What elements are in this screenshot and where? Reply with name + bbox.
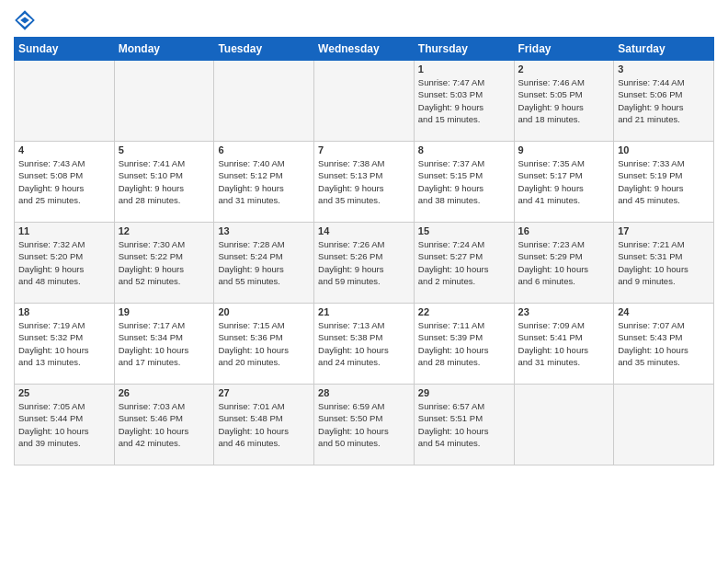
day-number: 14 bbox=[318, 225, 410, 236]
day-number: 28 bbox=[318, 387, 410, 398]
day-number: 26 bbox=[119, 387, 210, 398]
day-number: 27 bbox=[218, 387, 310, 398]
day-number: 25 bbox=[18, 387, 110, 398]
day-info: Sunrise: 7:38 AM Sunset: 5:13 PM Dayligh… bbox=[318, 157, 410, 206]
day-info: Sunrise: 7:35 AM Sunset: 5:17 PM Dayligh… bbox=[518, 157, 610, 206]
day-number: 18 bbox=[18, 306, 110, 317]
page-container: SundayMondayTuesdayWednesdayThursdayFrid… bbox=[0, 0, 728, 475]
day-number: 3 bbox=[618, 63, 710, 75]
day-cell: 8Sunrise: 7:37 AM Sunset: 5:15 PM Daylig… bbox=[414, 142, 514, 223]
day-cell: 27Sunrise: 7:01 AM Sunset: 5:48 PM Dayli… bbox=[214, 385, 314, 465]
col-header-saturday: Saturday bbox=[614, 38, 714, 61]
day-number: 20 bbox=[218, 306, 310, 317]
day-number: 8 bbox=[418, 144, 510, 155]
day-cell: 28Sunrise: 6:59 AM Sunset: 5:50 PM Dayli… bbox=[314, 385, 415, 465]
day-cell: 18Sunrise: 7:19 AM Sunset: 5:32 PM Dayli… bbox=[15, 304, 115, 385]
day-info: Sunrise: 7:03 AM Sunset: 5:46 PM Dayligh… bbox=[119, 400, 210, 449]
day-number: 5 bbox=[119, 144, 210, 155]
day-cell: 14Sunrise: 7:26 AM Sunset: 5:26 PM Dayli… bbox=[314, 223, 415, 304]
day-number: 1 bbox=[418, 63, 510, 75]
day-info: Sunrise: 6:57 AM Sunset: 5:51 PM Dayligh… bbox=[418, 400, 510, 449]
day-number: 21 bbox=[318, 306, 410, 317]
day-cell bbox=[15, 61, 115, 142]
day-cell: 7Sunrise: 7:38 AM Sunset: 5:13 PM Daylig… bbox=[314, 142, 415, 223]
day-cell: 13Sunrise: 7:28 AM Sunset: 5:24 PM Dayli… bbox=[214, 223, 314, 304]
day-info: Sunrise: 7:30 AM Sunset: 5:22 PM Dayligh… bbox=[119, 238, 210, 287]
day-cell: 3Sunrise: 7:44 AM Sunset: 5:06 PM Daylig… bbox=[614, 61, 714, 142]
day-cell: 29Sunrise: 6:57 AM Sunset: 5:51 PM Dayli… bbox=[414, 385, 514, 465]
day-info: Sunrise: 7:05 AM Sunset: 5:44 PM Dayligh… bbox=[18, 400, 110, 449]
col-header-monday: Monday bbox=[114, 38, 214, 61]
col-header-sunday: Sunday bbox=[15, 38, 115, 61]
day-info: Sunrise: 7:26 AM Sunset: 5:26 PM Dayligh… bbox=[318, 238, 410, 287]
header bbox=[14, 9, 714, 31]
day-info: Sunrise: 7:28 AM Sunset: 5:24 PM Dayligh… bbox=[218, 238, 310, 287]
day-number: 10 bbox=[618, 144, 710, 155]
logo bbox=[14, 9, 40, 31]
day-cell: 26Sunrise: 7:03 AM Sunset: 5:46 PM Dayli… bbox=[114, 385, 214, 465]
col-header-tuesday: Tuesday bbox=[214, 38, 314, 61]
day-info: Sunrise: 7:32 AM Sunset: 5:20 PM Dayligh… bbox=[18, 238, 110, 287]
day-number: 12 bbox=[119, 225, 210, 236]
day-number: 9 bbox=[518, 144, 610, 155]
week-row-3: 11Sunrise: 7:32 AM Sunset: 5:20 PM Dayli… bbox=[15, 223, 714, 304]
day-cell: 10Sunrise: 7:33 AM Sunset: 5:19 PM Dayli… bbox=[614, 142, 714, 223]
day-number: 24 bbox=[618, 306, 710, 317]
day-cell: 25Sunrise: 7:05 AM Sunset: 5:44 PM Dayli… bbox=[15, 385, 115, 465]
day-info: Sunrise: 7:40 AM Sunset: 5:12 PM Dayligh… bbox=[218, 157, 310, 206]
day-info: Sunrise: 7:47 AM Sunset: 5:03 PM Dayligh… bbox=[418, 76, 510, 125]
day-cell: 6Sunrise: 7:40 AM Sunset: 5:12 PM Daylig… bbox=[214, 142, 314, 223]
day-info: Sunrise: 7:21 AM Sunset: 5:31 PM Dayligh… bbox=[618, 238, 710, 287]
day-cell: 23Sunrise: 7:09 AM Sunset: 5:41 PM Dayli… bbox=[514, 304, 614, 385]
day-cell: 2Sunrise: 7:46 AM Sunset: 5:05 PM Daylig… bbox=[514, 61, 614, 142]
day-info: Sunrise: 7:17 AM Sunset: 5:34 PM Dayligh… bbox=[119, 319, 210, 368]
day-cell bbox=[314, 61, 415, 142]
day-info: Sunrise: 7:33 AM Sunset: 5:19 PM Dayligh… bbox=[618, 157, 710, 206]
day-info: Sunrise: 7:44 AM Sunset: 5:06 PM Dayligh… bbox=[618, 76, 710, 125]
day-cell bbox=[514, 385, 614, 465]
day-cell: 22Sunrise: 7:11 AM Sunset: 5:39 PM Dayli… bbox=[414, 304, 514, 385]
col-header-wednesday: Wednesday bbox=[314, 38, 415, 61]
day-cell: 1Sunrise: 7:47 AM Sunset: 5:03 PM Daylig… bbox=[414, 61, 514, 142]
day-number: 4 bbox=[18, 144, 110, 155]
day-info: Sunrise: 7:13 AM Sunset: 5:38 PM Dayligh… bbox=[318, 319, 410, 368]
day-cell bbox=[114, 61, 214, 142]
day-cell: 21Sunrise: 7:13 AM Sunset: 5:38 PM Dayli… bbox=[314, 304, 415, 385]
day-info: Sunrise: 7:15 AM Sunset: 5:36 PM Dayligh… bbox=[218, 319, 310, 368]
day-info: Sunrise: 7:07 AM Sunset: 5:43 PM Dayligh… bbox=[618, 319, 710, 368]
week-row-1: 1Sunrise: 7:47 AM Sunset: 5:03 PM Daylig… bbox=[15, 61, 714, 142]
day-cell: 5Sunrise: 7:41 AM Sunset: 5:10 PM Daylig… bbox=[114, 142, 214, 223]
logo-icon bbox=[14, 9, 36, 31]
col-header-friday: Friday bbox=[514, 38, 614, 61]
day-info: Sunrise: 7:11 AM Sunset: 5:39 PM Dayligh… bbox=[418, 319, 510, 368]
week-row-4: 18Sunrise: 7:19 AM Sunset: 5:32 PM Dayli… bbox=[15, 304, 714, 385]
day-cell: 19Sunrise: 7:17 AM Sunset: 5:34 PM Dayli… bbox=[114, 304, 214, 385]
day-number: 6 bbox=[218, 144, 310, 155]
day-info: Sunrise: 7:23 AM Sunset: 5:29 PM Dayligh… bbox=[518, 238, 610, 287]
day-cell bbox=[214, 61, 314, 142]
week-row-2: 4Sunrise: 7:43 AM Sunset: 5:08 PM Daylig… bbox=[15, 142, 714, 223]
day-cell: 15Sunrise: 7:24 AM Sunset: 5:27 PM Dayli… bbox=[414, 223, 514, 304]
day-cell: 4Sunrise: 7:43 AM Sunset: 5:08 PM Daylig… bbox=[15, 142, 115, 223]
header-row: SundayMondayTuesdayWednesdayThursdayFrid… bbox=[15, 38, 714, 61]
day-cell: 24Sunrise: 7:07 AM Sunset: 5:43 PM Dayli… bbox=[614, 304, 714, 385]
day-number: 22 bbox=[418, 306, 510, 317]
calendar-table: SundayMondayTuesdayWednesdayThursdayFrid… bbox=[14, 37, 714, 465]
day-number: 11 bbox=[18, 225, 110, 236]
day-number: 29 bbox=[418, 387, 510, 398]
col-header-thursday: Thursday bbox=[414, 38, 514, 61]
day-cell: 9Sunrise: 7:35 AM Sunset: 5:17 PM Daylig… bbox=[514, 142, 614, 223]
day-number: 7 bbox=[318, 144, 410, 155]
day-cell: 12Sunrise: 7:30 AM Sunset: 5:22 PM Dayli… bbox=[114, 223, 214, 304]
day-info: Sunrise: 7:09 AM Sunset: 5:41 PM Dayligh… bbox=[518, 319, 610, 368]
day-cell bbox=[614, 385, 714, 465]
day-number: 23 bbox=[518, 306, 610, 317]
day-info: Sunrise: 7:24 AM Sunset: 5:27 PM Dayligh… bbox=[418, 238, 510, 287]
day-info: Sunrise: 6:59 AM Sunset: 5:50 PM Dayligh… bbox=[318, 400, 410, 449]
day-info: Sunrise: 7:01 AM Sunset: 5:48 PM Dayligh… bbox=[218, 400, 310, 449]
day-number: 13 bbox=[218, 225, 310, 236]
day-info: Sunrise: 7:43 AM Sunset: 5:08 PM Dayligh… bbox=[18, 157, 110, 206]
day-cell: 11Sunrise: 7:32 AM Sunset: 5:20 PM Dayli… bbox=[15, 223, 115, 304]
day-info: Sunrise: 7:37 AM Sunset: 5:15 PM Dayligh… bbox=[418, 157, 510, 206]
week-row-5: 25Sunrise: 7:05 AM Sunset: 5:44 PM Dayli… bbox=[15, 385, 714, 465]
